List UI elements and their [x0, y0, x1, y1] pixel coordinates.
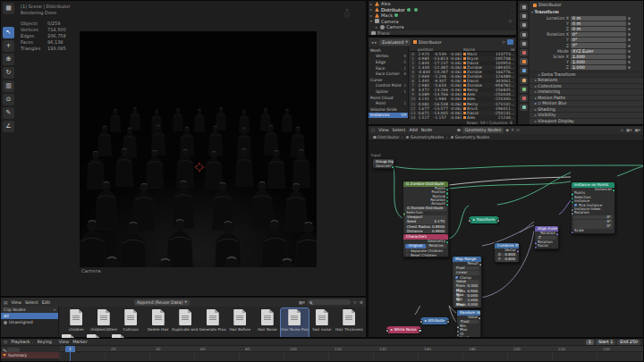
sidebar-item-vertex[interactable]: Vertex4	[369, 54, 408, 60]
timeline-keyframe-area[interactable]	[60, 352, 643, 361]
outliner-row-plane[interactable]: Plane	[369, 30, 516, 37]
editor-type-icon[interactable]: ⬡	[371, 128, 375, 132]
interpolation-dropdown[interactable]: Linear	[454, 271, 479, 275]
menu-item[interactable]: Marker	[72, 340, 88, 344]
breadcrumb-item[interactable]: Geometry Nodes	[451, 135, 490, 139]
asset-item[interactable]: Duplicate and S...	[172, 308, 199, 338]
tool-button[interactable]: ∠	[3, 121, 14, 132]
pin-icon[interactable]: ⊙	[516, 128, 520, 132]
node-instance-on-points[interactable]: Instance on Points Instances PointsSelec…	[571, 181, 615, 234]
frame-start-field[interactable]: Start 1	[596, 340, 615, 345]
socket-selection[interactable]: Selection	[403, 211, 448, 215]
sidebar-item-control-point[interactable]: Control Point2	[369, 83, 408, 89]
sidebar-item-point[interactable]: Point1	[369, 100, 408, 106]
field-value[interactable]: 1.000	[571, 55, 626, 59]
node-param-field[interactable]: Steps4.000	[454, 303, 479, 307]
sidebar-item-edge[interactable]: Edge5	[369, 59, 408, 65]
asset-library-selector[interactable]: Clip Nodes▾	[1, 307, 58, 313]
socket-value-out[interactable]: Value	[457, 316, 480, 319]
visibility-toggles[interactable]: · ·	[511, 2, 514, 6]
node-graph-canvas[interactable]: Input Group Input Geometry G Zombie Dist…	[369, 141, 643, 337]
decorator-dot[interactable]	[628, 28, 631, 30]
node-collection-info[interactable]: Characters Geometry Original Relative Se…	[402, 233, 449, 257]
visibility-toggles[interactable]: · ·	[511, 13, 514, 18]
editor-type-button[interactable]: ▦	[3, 3, 14, 14]
field-value[interactable]: 0°	[571, 38, 626, 42]
sidebar-item-spline[interactable]: Spline1	[369, 88, 408, 95]
node-map-range[interactable]: Map Range Result Float Linear Clamp Valu…	[452, 256, 482, 308]
camera-name[interactable]: Camera	[386, 24, 404, 29]
filter-icon[interactable]: ▽	[353, 300, 357, 305]
breadcrumb-item[interactable]: GeometryNodes	[406, 135, 449, 139]
field-value[interactable]: 0 m	[571, 21, 626, 26]
visibility-toggles[interactable]: · ·	[511, 7, 514, 12]
sidebar-item-face-corner[interactable]: Face Corner4	[369, 71, 408, 77]
editor-type-icon[interactable]: ◷	[4, 340, 7, 344]
decorator-dot[interactable]	[628, 61, 631, 63]
sidebar-item-face[interactable]: Face1	[369, 65, 408, 72]
asset-search-input[interactable]	[308, 299, 351, 305]
tool-button[interactable]: ⊙	[3, 94, 14, 105]
node-attribute-collapsed[interactable]: ▸ Attribute	[420, 317, 449, 324]
field-value[interactable]: 0 m	[571, 27, 626, 31]
tab-particles[interactable]	[520, 77, 528, 84]
decorator-dot[interactable]	[628, 38, 631, 41]
tool-button[interactable]: ↻	[3, 67, 14, 79]
catalog-all[interactable]: All	[1, 313, 58, 319]
filter-box[interactable]	[7, 348, 20, 352]
current-frame-field[interactable]: 1	[586, 340, 594, 345]
node-random-value[interactable]: Random Value Value Float MinMaxIDSeed 0	[456, 309, 481, 338]
node-group-input[interactable]: Group Input Geometry	[372, 158, 394, 169]
asset-item[interactable]: hair noise	[309, 308, 336, 338]
table-row[interactable]: 14 1.527 -1.157 -0.063 Alex 21234...	[409, 115, 516, 120]
node-param-field[interactable]: Y0.800	[496, 257, 517, 262]
node-group-browse-field[interactable]: G Zombie Distribute	[405, 206, 446, 211]
socket-vector-out[interactable]: Vector	[495, 248, 519, 252]
tab-render[interactable]	[520, 13, 528, 20]
collapsed-section[interactable]: Viewport Display	[530, 118, 643, 124]
sidebar-item-curve[interactable]: Curve	[369, 77, 408, 83]
shading-toggle[interactable]: ▣▾	[634, 128, 640, 132]
asset-item[interactable]: Hair Noise Posi...	[281, 308, 309, 338]
dataset-dropdown[interactable]: Evaluated▼	[379, 39, 411, 46]
asset-item[interactable]: Hair Thickness	[335, 308, 363, 338]
asset-item[interactable]: Hair Noise	[254, 308, 282, 338]
options-icon[interactable]: ⚙	[360, 300, 363, 305]
navigation-gizmo[interactable]	[341, 8, 353, 21]
overlay-toggle[interactable]: ▣▾	[626, 128, 632, 132]
node-output-socket[interactable]: Amount	[403, 202, 448, 206]
socket-scale[interactable]: Scale	[572, 229, 614, 232]
menu-item[interactable]: Edit	[42, 300, 50, 305]
field-value[interactable]: 0°	[571, 43, 626, 47]
menu-item[interactable]: Playback	[11, 340, 33, 344]
breadcrumb-item[interactable]: Distributor	[373, 135, 404, 139]
menu-item[interactable]: Node	[421, 128, 433, 132]
geometry-node-editor[interactable]: ⬡ ViewSelectAddNode Geometry Nodes ◆ ✕ ⊙…	[368, 125, 644, 338]
channel-filter[interactable]	[3, 348, 20, 352]
socket-geometry-out[interactable]: Geometry	[373, 164, 394, 168]
decorator-dot[interactable]	[628, 45, 631, 47]
node-white-noise-collapsed[interactable]: ▸ White Noise	[386, 326, 421, 333]
menu-item[interactable]: Select	[25, 300, 38, 305]
node-group-zombie-distribute[interactable]: G Zombie Distribute PointsPositionNormal…	[402, 181, 449, 235]
expand-icon[interactable]: ▸	[370, 2, 375, 6]
axis-dropdown[interactable]: Z	[537, 236, 556, 240]
node-align-euler-to-vector[interactable]: Align Euler to Vector Rotation Z Rotatio…	[534, 225, 559, 249]
expand-icon[interactable]: ▸	[370, 7, 375, 12]
sidebar-item-mesh[interactable]: Mesh	[369, 47, 408, 54]
node-tree-selector[interactable]: Geometry Nodes ◆ ✕ ⊙	[457, 127, 520, 133]
sidebar-item-instances[interactable]: Instances59	[369, 113, 408, 119]
menu-item[interactable]: View	[59, 340, 69, 344]
funnel-icon[interactable]: ▽	[502, 40, 505, 45]
object-name[interactable]: Plane	[377, 30, 390, 36]
field-value[interactable]: 1.000	[571, 60, 626, 64]
timeline-ruler[interactable]: 2040 6080 100120 140160 180200 220240	[60, 346, 643, 352]
tab-scene[interactable]	[520, 40, 528, 47]
node-transform-collapsed[interactable]: ▸ Transform	[469, 216, 499, 223]
decorator-dot[interactable]	[628, 55, 631, 58]
outliner[interactable]: ▸ Alex · · ▸ Distributor · · ▸ Mack · · …	[368, 0, 517, 36]
decorator-dot[interactable]	[628, 66, 631, 69]
tool-button[interactable]: ↖	[3, 27, 14, 38]
decorator-dot[interactable]	[628, 17, 631, 20]
visibility-toggles[interactable]: · ·	[511, 25, 514, 29]
